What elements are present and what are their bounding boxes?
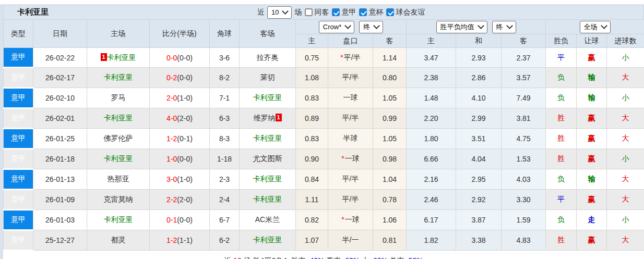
header-group-row: 类型 日期 主场 比分(半场) 角球 客场 Crow* 终 bbox=[4, 20, 644, 34]
league-badge[interactable]: 意甲 bbox=[4, 108, 33, 129]
filter-checkbox-item[interactable]: 球会友谊 bbox=[386, 8, 425, 17]
odds-away-value: 1.06 bbox=[373, 210, 407, 230]
home-team-cell: 卡利亚里 bbox=[87, 149, 150, 169]
avg-home-odds: 6.17 bbox=[407, 210, 456, 230]
result-goals: 大 bbox=[607, 129, 644, 149]
away-team-cell: 拉齐奥 bbox=[240, 48, 296, 68]
col-header-home: 主场 bbox=[87, 20, 150, 48]
score-cell: 1-2(1-1) bbox=[150, 230, 210, 251]
chevron-down-icon bbox=[506, 22, 513, 29]
away-team-cell: 尤文图斯 bbox=[240, 149, 296, 169]
checkbox-icon[interactable] bbox=[332, 8, 340, 16]
away-team-name[interactable]: 拉齐奥 bbox=[257, 53, 279, 61]
home-team-name[interactable]: 热那亚 bbox=[108, 175, 129, 183]
away-team-name[interactable]: AC米兰 bbox=[255, 215, 280, 224]
filter-checkbox-item[interactable]: 意杯 bbox=[359, 8, 383, 17]
away-team-cell: 莱切 bbox=[240, 68, 296, 88]
avg-home-odds: 2.46 bbox=[407, 190, 456, 210]
result-handicap: 输 bbox=[577, 68, 607, 88]
match-row: 意甲 26-01-25 佛罗伦萨 1-2(0-1) 8-3 卡利亚里 0.83 … bbox=[4, 129, 644, 149]
home-team-name[interactable]: 佛罗伦萨 bbox=[104, 134, 133, 142]
score-cell: 0-1(0-0) bbox=[150, 210, 210, 230]
league-badge[interactable]: 意甲 bbox=[4, 230, 33, 251]
corners-value: 2-4 bbox=[210, 190, 240, 210]
home-team-name[interactable]: 卡利亚里 bbox=[107, 53, 136, 61]
match-table-body: 意甲 26-02-22 1卡利亚里 0-0(0-0) 3-6 拉齐奥 0.75 … bbox=[4, 48, 644, 251]
handicap-cell: 一球 bbox=[328, 88, 373, 108]
result-handicap: 赢 bbox=[577, 129, 607, 149]
handicap-cell: *一球 bbox=[328, 210, 373, 230]
checkbox-icon[interactable] bbox=[359, 8, 367, 16]
home-team-name[interactable]: 卡利亚里 bbox=[104, 73, 133, 81]
home-team-cell: 都灵 bbox=[87, 230, 150, 251]
odds-company-select[interactable]: Crow* bbox=[319, 21, 354, 33]
checkbox-icon[interactable] bbox=[386, 8, 394, 16]
score-cell: 2-0(1-0) bbox=[150, 88, 210, 108]
home-team-name[interactable]: 克雷莫纳 bbox=[104, 195, 133, 203]
summary-segment: 60% bbox=[373, 256, 388, 259]
handicap-cell: 平/半 bbox=[328, 68, 373, 88]
result-outcome: 胜 bbox=[546, 108, 577, 129]
home-team-name[interactable]: 罗马 bbox=[111, 93, 126, 102]
home-team-name[interactable]: 卡利亚里 bbox=[104, 114, 133, 122]
score-cell: 4-0(2-0) bbox=[150, 108, 210, 129]
away-team-name[interactable]: 维罗纳 bbox=[254, 114, 276, 122]
full-time-score: 0-0 bbox=[166, 54, 177, 62]
avg-state-value: 终 bbox=[496, 22, 503, 32]
away-team-name[interactable]: 尤文图斯 bbox=[253, 154, 282, 163]
home-team-name[interactable]: 都灵 bbox=[111, 236, 126, 244]
avg-draw-odds: 3.51 bbox=[456, 129, 502, 149]
col-header-score: 比分(半场) bbox=[150, 20, 210, 48]
scope-value: 全场 bbox=[584, 22, 598, 32]
home-team-cell: 热那亚 bbox=[87, 169, 150, 190]
half-time-score: (0-1) bbox=[177, 134, 193, 143]
away-team-cell: 卡利亚里 bbox=[240, 169, 296, 190]
recent-count-select[interactable]: 10 bbox=[267, 6, 292, 19]
league-badge[interactable]: 意甲 bbox=[4, 149, 33, 169]
subcol-avg-home: 主 bbox=[407, 34, 456, 48]
corners-value: 6-3 bbox=[210, 108, 240, 129]
handicap-line: 平/半 bbox=[342, 195, 359, 203]
full-time-score: 2-0 bbox=[166, 94, 177, 102]
odds-home-value: 0.83 bbox=[296, 129, 328, 149]
title-bar: 卡利亚里 近 10 场 同客 意甲 意杯 球会友谊 bbox=[3, 5, 644, 19]
league-badge[interactable]: 意甲 bbox=[4, 190, 33, 210]
home-team-name[interactable]: 卡利亚里 bbox=[104, 215, 133, 224]
red-card-badge: 1 bbox=[276, 114, 282, 121]
league-badge[interactable]: 意甲 bbox=[4, 68, 33, 88]
summary-line: 近 10 场,胜4平2负4, 胜率: 40% 赢率: 60% 大: 60% 单率… bbox=[224, 256, 423, 259]
away-team-name[interactable]: 卡利亚里 bbox=[253, 93, 282, 102]
odds-away-value: 0.98 bbox=[373, 149, 407, 169]
checkbox-icon[interactable] bbox=[305, 8, 313, 16]
filter-label: 球会友谊 bbox=[396, 8, 425, 17]
home-team-cell: 卡利亚里 bbox=[87, 210, 150, 230]
scope-group-header: 全场 bbox=[546, 20, 644, 34]
away-team-cell: 卡利亚里 bbox=[240, 129, 296, 149]
odds-home-value: 0.82 bbox=[296, 210, 328, 230]
avg-state-select[interactable]: 终 bbox=[492, 21, 516, 33]
away-team-name[interactable]: 卡利亚里 bbox=[253, 134, 282, 142]
home-team-name[interactable]: 卡利亚里 bbox=[104, 154, 133, 163]
avg-type-select[interactable]: 胜平负均值 bbox=[436, 21, 487, 33]
half-time-score: (0-0) bbox=[177, 54, 193, 62]
filter-checkbox-item[interactable]: 同客 bbox=[305, 8, 329, 17]
filter-checkbox-item[interactable]: 意甲 bbox=[332, 8, 356, 17]
home-team-cell: 佛罗伦萨 bbox=[87, 129, 150, 149]
league-badge[interactable]: 意甲 bbox=[4, 210, 33, 230]
away-team-name[interactable]: 卡利亚里 bbox=[253, 175, 282, 183]
away-team-name[interactable]: 卡利亚里 bbox=[253, 195, 282, 203]
match-row: 意甲 26-01-13 热那亚 3-0(1-0) 2-3 卡利亚里 0.84 平… bbox=[4, 169, 644, 190]
odds-state-select[interactable]: 终 bbox=[359, 21, 383, 33]
away-team-name[interactable]: 莱切 bbox=[260, 73, 275, 81]
league-badge[interactable]: 意甲 bbox=[4, 129, 33, 149]
avg-draw-odds: 4.10 bbox=[456, 88, 502, 108]
filter-label: 意杯 bbox=[368, 8, 383, 17]
corners-value: 8-2 bbox=[210, 68, 240, 88]
match-date: 25-12-27 bbox=[33, 230, 87, 251]
scope-select[interactable]: 全场 bbox=[580, 21, 611, 33]
league-badge[interactable]: 意甲 bbox=[4, 48, 33, 68]
league-badge[interactable]: 意甲 bbox=[4, 88, 33, 108]
league-badge[interactable]: 意甲 bbox=[4, 169, 33, 190]
subcol-outcome: 胜负 bbox=[546, 34, 577, 48]
away-team-name[interactable]: 卡利亚里 bbox=[253, 236, 282, 244]
